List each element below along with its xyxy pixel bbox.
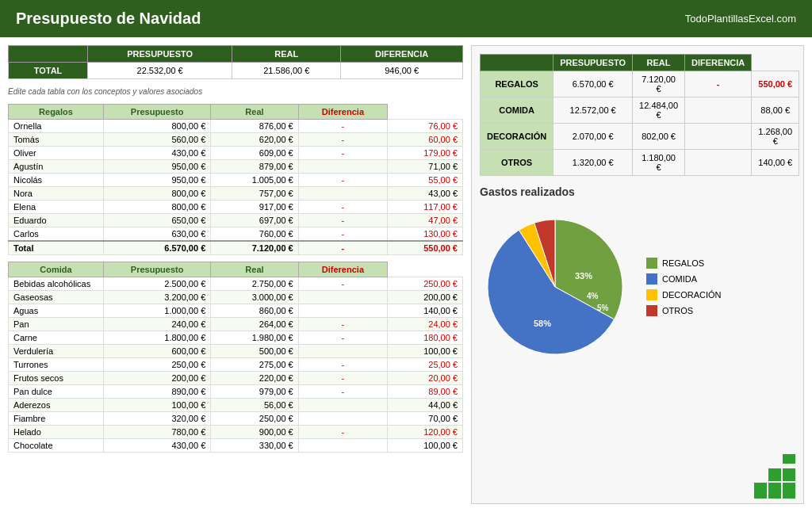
row-real: 876,00 € bbox=[211, 120, 298, 133]
row-signo bbox=[298, 187, 387, 201]
row-real: 609,00 € bbox=[211, 147, 298, 160]
row-signo: - bbox=[298, 426, 387, 439]
rs-real: 802,00 € bbox=[633, 124, 685, 150]
row-diferencia: 71,00 € bbox=[388, 160, 463, 174]
rs-diferencia: 550,00 € bbox=[752, 71, 799, 97]
row-diferencia: 117,00 € bbox=[388, 201, 463, 214]
row-name: Agustín bbox=[9, 160, 104, 174]
row-name: Aguas bbox=[9, 304, 104, 318]
row-signo: - bbox=[298, 385, 387, 399]
table-row: Nicolás 950,00 € 1.005,00 € - 55,00 € bbox=[9, 174, 463, 187]
row-presupuesto: 1.000,00 € bbox=[104, 304, 211, 318]
row-name: Bebidas alcohólicas bbox=[9, 277, 104, 291]
row-real: 979,00 € bbox=[211, 385, 298, 399]
legend-label: REGALOS bbox=[662, 258, 704, 268]
total-real: 21.586,00 € bbox=[232, 63, 341, 79]
row-signo: - bbox=[298, 277, 387, 291]
row-presupuesto: 100,00 € bbox=[104, 399, 211, 412]
legend-color bbox=[646, 289, 657, 300]
table-row: Verdulería 600,00 € 500,00 € 100,00 € bbox=[9, 345, 463, 358]
rs-real: 1.180,00 € bbox=[633, 150, 685, 176]
table-row: Pan dulce 890,00 € 979,00 € - 89,00 € bbox=[9, 385, 463, 399]
row-diferencia: 44,00 € bbox=[388, 399, 463, 412]
row-diferencia: 70,00 € bbox=[388, 412, 463, 426]
row-presupuesto: 950,00 € bbox=[104, 174, 211, 187]
row-presupuesto: 650,00 € bbox=[104, 214, 211, 227]
row-signo bbox=[298, 439, 387, 453]
col-diferencia: DIFERENCIA bbox=[341, 46, 463, 63]
row-real: 860,00 € bbox=[211, 304, 298, 318]
row-signo bbox=[298, 160, 387, 174]
row-diferencia: 24,00 € bbox=[388, 318, 463, 331]
row-name: Gaseosas bbox=[9, 291, 104, 304]
row-presupuesto: 430,00 € bbox=[104, 439, 211, 453]
row-signo: - bbox=[298, 331, 387, 345]
row-name: Nora bbox=[9, 187, 104, 201]
rs-cat-label: COMIDA bbox=[481, 97, 553, 124]
row-signo bbox=[298, 291, 387, 304]
row-diferencia: 120,00 € bbox=[388, 426, 463, 439]
row-presupuesto: 800,00 € bbox=[104, 120, 211, 133]
total-presupuesto: 22.532,00 € bbox=[88, 63, 232, 79]
table-row: Ornella 800,00 € 876,00 € - 76,00 € bbox=[9, 120, 463, 133]
row-real: 697,00 € bbox=[211, 214, 298, 227]
total-row: Total 6.570,00 € 7.120,00 € - 550,00 € bbox=[9, 241, 463, 255]
table-row: Agustín 950,00 € 879,00 € 71,00 € bbox=[9, 160, 463, 174]
row-real: 220,00 € bbox=[211, 372, 298, 385]
row-name: Eduardo bbox=[9, 214, 104, 227]
row-signo: - bbox=[298, 318, 387, 331]
logo-blocks bbox=[754, 454, 795, 495]
page: Presupuesto de Navidad TodoPlantillasExc… bbox=[0, 0, 812, 512]
row-presupuesto: 250,00 € bbox=[104, 358, 211, 372]
row-real: 757,00 € bbox=[211, 187, 298, 201]
rs-cat-label: DECORACIÓN bbox=[481, 124, 553, 150]
svg-text:5%: 5% bbox=[597, 304, 609, 312]
row-diferencia: 60,00 € bbox=[388, 133, 463, 147]
row-real: 3.000,00 € bbox=[211, 291, 298, 304]
table-row: Bebidas alcohólicas 2.500,00 € 2.750,00 … bbox=[9, 277, 463, 291]
row-name: Verdulería bbox=[9, 345, 104, 358]
rs-diferencia: 88,00 € bbox=[752, 97, 799, 124]
row-real: 56,00 € bbox=[211, 399, 298, 412]
row-real: 2.750,00 € bbox=[211, 277, 298, 291]
table-row: Nora 800,00 € 757,00 € 43,00 € bbox=[9, 187, 463, 201]
row-diferencia: 89,00 € bbox=[388, 385, 463, 399]
row-signo bbox=[298, 304, 387, 318]
rs-presupuesto: 1.320,00 € bbox=[553, 150, 633, 176]
table-row: Gaseosas 3.200,00 € 3.000,00 € 200,00 € bbox=[9, 291, 463, 304]
comida-col-diferencia: Diferencia bbox=[298, 262, 387, 277]
row-signo: - bbox=[298, 214, 387, 227]
row-name: Frutos secos bbox=[9, 372, 104, 385]
row-real: 760,00 € bbox=[211, 227, 298, 242]
comida-col-real: Real bbox=[211, 262, 298, 277]
total-presupuesto: 6.570,00 € bbox=[104, 241, 211, 255]
col-empty bbox=[9, 46, 88, 63]
right-panel: PRESUPUESTO REAL DIFERENCIA REGALOS 6.57… bbox=[471, 45, 804, 504]
table-row: Oliver 430,00 € 609,00 € - 179,00 € bbox=[9, 147, 463, 160]
table-row: Turrones 250,00 € 275,00 € - 25,00 € bbox=[9, 358, 463, 372]
row-presupuesto: 600,00 € bbox=[104, 345, 211, 358]
svg-text:4%: 4% bbox=[587, 292, 599, 300]
rs-signo bbox=[685, 150, 752, 176]
row-presupuesto: 890,00 € bbox=[104, 385, 211, 399]
logo-area bbox=[480, 454, 795, 495]
row-name: Carne bbox=[9, 331, 104, 345]
legend-item: DECORACIÓN bbox=[646, 289, 722, 300]
svg-text:58%: 58% bbox=[534, 319, 551, 328]
row-presupuesto: 3.200,00 € bbox=[104, 291, 211, 304]
row-presupuesto: 950,00 € bbox=[104, 160, 211, 174]
row-real: 620,00 € bbox=[211, 133, 298, 147]
header-url: TodoPlantillasExcel.com bbox=[685, 13, 796, 25]
table-row: Chocolate 430,00 € 330,00 € 100,00 € bbox=[9, 439, 463, 453]
row-real: 1.980,00 € bbox=[211, 331, 298, 345]
row-presupuesto: 240,00 € bbox=[104, 318, 211, 331]
row-presupuesto: 630,00 € bbox=[104, 227, 211, 242]
row-diferencia: 43,00 € bbox=[388, 187, 463, 201]
row-presupuesto: 800,00 € bbox=[104, 201, 211, 214]
comida-col-name: Comida bbox=[9, 262, 104, 277]
row-diferencia: 180,00 € bbox=[388, 331, 463, 345]
row-name: Nicolás bbox=[9, 174, 104, 187]
total-signo: - bbox=[298, 241, 387, 255]
rs-cat-label: OTROS bbox=[481, 150, 553, 176]
rs-col-diferencia: DIFERENCIA bbox=[685, 55, 752, 71]
